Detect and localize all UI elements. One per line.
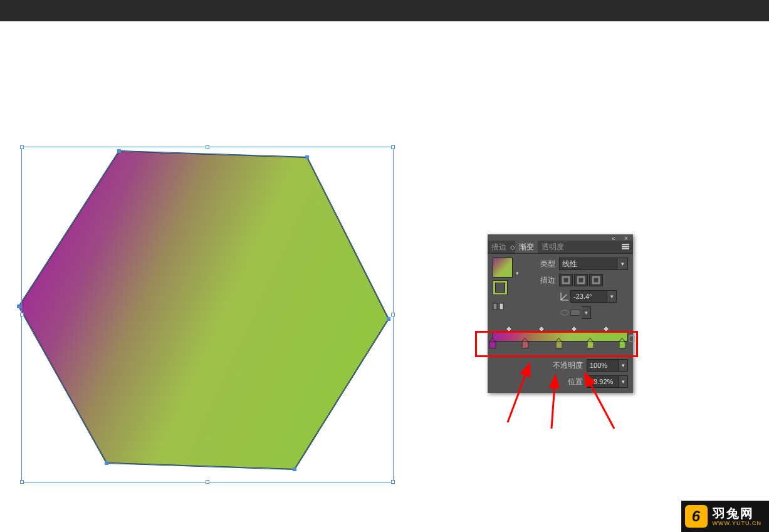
tab-indicator-icon: ◇	[510, 244, 515, 251]
position-value: 48.92%	[590, 378, 613, 385]
tab-gradient[interactable]: 渐变	[515, 241, 538, 253]
tab-transparency[interactable]: 透明度	[538, 241, 568, 253]
watermark-url: WWW.YUTU.CN	[713, 521, 762, 526]
panel-titlebar[interactable]	[488, 234, 633, 241]
svg-rect-10	[563, 277, 569, 283]
position-input[interactable]: 48.92%	[587, 375, 628, 388]
angle-icon	[559, 291, 570, 302]
opacity-label: 不透明度	[553, 360, 583, 371]
bbox-handle-tl[interactable]	[20, 145, 24, 149]
svg-point-13	[561, 310, 568, 315]
gradient-type-select[interactable]: 线性	[559, 258, 628, 270]
bbox-handle-tm[interactable]	[206, 145, 209, 149]
svg-rect-9	[500, 303, 503, 310]
dropdown-icon[interactable]: ▾	[582, 306, 591, 319]
app-menu-bar[interactable]	[0, 0, 769, 21]
bbox-handle-bl[interactable]	[20, 480, 24, 484]
svg-rect-8	[493, 303, 497, 310]
gradient-fill-swatch[interactable]	[493, 258, 513, 278]
panel-close-icon[interactable]	[624, 235, 630, 240]
selection-bounding-box[interactable]	[21, 147, 394, 482]
opacity-input[interactable]: 100%	[587, 359, 628, 372]
dropdown-icon[interactable]	[618, 360, 627, 371]
dropdown-icon[interactable]	[607, 291, 616, 302]
reverse-gradient-icon[interactable]	[493, 301, 505, 311]
bbox-handle-ml[interactable]	[20, 313, 24, 316]
stroke-mode-along-button[interactable]	[574, 274, 588, 286]
bbox-handle-mr[interactable]	[391, 313, 395, 316]
svg-rect-7	[17, 305, 21, 308]
angle-value: -23.4°	[573, 293, 592, 300]
bbox-handle-br[interactable]	[391, 480, 395, 484]
watermark-logo-icon: 6	[685, 505, 708, 528]
stroke-label: 描边	[524, 275, 555, 286]
opacity-value: 100%	[590, 362, 607, 369]
stroke-mode-across-button[interactable]	[589, 274, 603, 286]
panel-collapse-icon[interactable]	[612, 235, 619, 240]
type-label: 类型	[524, 259, 555, 269]
bbox-handle-tr[interactable]	[391, 145, 395, 149]
watermark-name: 羽兔网	[713, 507, 762, 519]
stroke-gradient-mode-buttons	[559, 274, 603, 286]
aspect-ratio-icon	[559, 307, 570, 318]
annotation-highlight-stops	[475, 331, 638, 357]
aspect-ratio-input[interactable]	[570, 308, 582, 317]
dropdown-icon[interactable]	[618, 376, 627, 387]
watermark-badge: 6 羽兔网 WWW.YUTU.CN	[681, 501, 770, 532]
tab-stroke[interactable]: 描边	[488, 241, 510, 253]
panel-menu-icon[interactable]	[622, 242, 632, 251]
canvas[interactable]: 描边 ◇ 渐变 透明度 类型	[0, 21, 769, 532]
gradient-panel[interactable]: 描边 ◇ 渐变 透明度 类型	[488, 234, 633, 393]
stroke-mode-within-button[interactable]	[559, 274, 573, 286]
stroke-swatch[interactable]	[493, 280, 508, 295]
dropdown-icon[interactable]	[617, 258, 627, 269]
bbox-handle-bm[interactable]	[206, 480, 209, 484]
gradient-swatch-dropdown-icon[interactable]	[514, 258, 520, 276]
svg-rect-12	[593, 277, 599, 283]
panel-tabs: 描边 ◇ 渐变 透明度	[488, 241, 633, 254]
gradient-type-value: 线性	[562, 259, 577, 269]
angle-input[interactable]: -23.4°	[570, 290, 617, 303]
svg-rect-11	[578, 277, 584, 283]
position-label: 位置	[568, 377, 583, 387]
